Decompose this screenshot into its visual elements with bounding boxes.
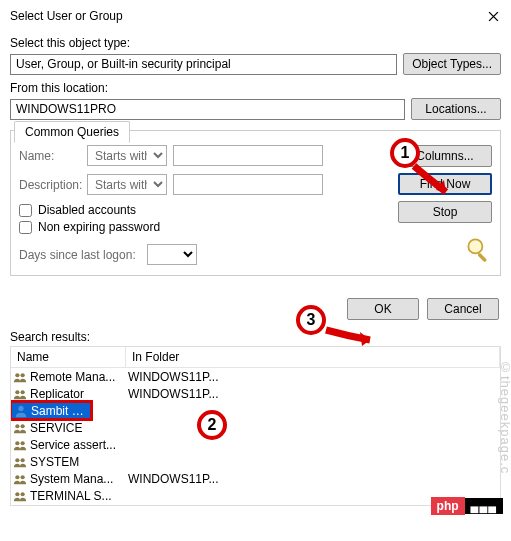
svg-point-8 <box>21 424 25 428</box>
svg-point-5 <box>21 390 25 394</box>
row-name: Remote Mana... <box>30 370 128 384</box>
table-row[interactable]: SYSTEM <box>11 453 500 470</box>
svg-point-16 <box>21 492 25 496</box>
svg-point-12 <box>21 458 25 462</box>
locations-button[interactable]: Locations... <box>411 98 501 120</box>
disabled-accounts-checkbox[interactable]: Disabled accounts <box>19 203 390 217</box>
table-row[interactable]: TERMINAL S... <box>11 487 500 504</box>
annotation-marker-2: 2 <box>197 410 227 440</box>
table-row[interactable]: ReplicatorWINDOWS11P... <box>11 385 500 402</box>
table-row[interactable]: Remote Mana...WINDOWS11P... <box>11 368 500 385</box>
row-name: SERVICE <box>30 421 128 435</box>
window-title: Select User or Group <box>10 9 123 23</box>
search-icon <box>464 235 492 263</box>
row-folder: WINDOWS11P... <box>128 472 498 486</box>
table-row[interactable]: Sambit Koley (...WINDOWS11P... <box>11 402 91 419</box>
object-type-field[interactable] <box>10 54 397 75</box>
results-grid: Name In Folder Remote Mana...WINDOWS11P.… <box>10 346 501 506</box>
row-name: SYSTEM <box>30 455 128 469</box>
column-header-name[interactable]: Name <box>11 347 126 367</box>
svg-point-2 <box>15 373 19 377</box>
row-name: Replicator <box>30 387 128 401</box>
description-input[interactable] <box>173 174 323 195</box>
annotation-marker-3: 3 <box>296 305 326 335</box>
svg-point-3 <box>21 373 25 377</box>
table-row[interactable]: Service assert... <box>11 436 500 453</box>
row-name: Service assert... <box>30 438 128 452</box>
watermark-text: ©thegeekpage.c <box>498 360 511 474</box>
non-expiring-checkbox[interactable]: Non expiring password <box>19 220 390 234</box>
name-input[interactable] <box>173 145 323 166</box>
svg-point-15 <box>15 492 19 496</box>
svg-point-7 <box>15 424 19 428</box>
name-label: Name: <box>19 149 81 163</box>
annotation-arrow-1 <box>408 160 458 202</box>
row-name: Sambit Koley (... <box>31 404 88 418</box>
description-label: Description: <box>19 178 81 192</box>
row-folder: WINDOWS11P... <box>128 387 498 401</box>
annotation-marker-1: 1 <box>390 138 420 168</box>
svg-point-14 <box>21 475 25 479</box>
table-row[interactable]: System Mana...WINDOWS11P... <box>11 470 500 487</box>
svg-point-6 <box>18 405 23 410</box>
annotation-arrow-3 <box>320 322 384 350</box>
svg-point-4 <box>15 390 19 394</box>
location-label: From this location: <box>10 81 501 95</box>
column-header-folder[interactable]: In Folder <box>126 347 500 367</box>
search-results-label: Search results: <box>0 326 511 346</box>
cancel-button[interactable]: Cancel <box>427 298 499 320</box>
table-row[interactable]: SERVICE <box>11 419 500 436</box>
svg-rect-1 <box>477 253 487 263</box>
table-row[interactable]: This Organiza <box>11 504 500 506</box>
days-since-logon-label: Days since last logon: <box>19 248 139 262</box>
svg-point-10 <box>21 441 25 445</box>
svg-point-13 <box>15 475 19 479</box>
tab-common-queries[interactable]: Common Queries <box>14 121 130 143</box>
php-badge: php▄▄▄ <box>431 497 503 515</box>
stop-button[interactable]: Stop <box>398 201 492 223</box>
row-name: TERMINAL S... <box>30 489 128 503</box>
object-types-button[interactable]: Object Types... <box>403 53 501 75</box>
days-since-logon-select[interactable] <box>147 244 197 265</box>
svg-point-0 <box>468 239 482 253</box>
row-folder: WINDOWS11P... <box>128 370 498 384</box>
svg-point-9 <box>15 441 19 445</box>
close-icon[interactable] <box>483 6 503 26</box>
row-name: This Organiza <box>30 506 128 507</box>
name-match-select[interactable]: Starts with <box>87 145 167 166</box>
location-field[interactable] <box>10 99 405 120</box>
svg-point-11 <box>15 458 19 462</box>
description-match-select[interactable]: Starts with <box>87 174 167 195</box>
ok-button[interactable]: OK <box>347 298 419 320</box>
object-type-label: Select this object type: <box>10 36 501 50</box>
row-name: System Mana... <box>30 472 128 486</box>
